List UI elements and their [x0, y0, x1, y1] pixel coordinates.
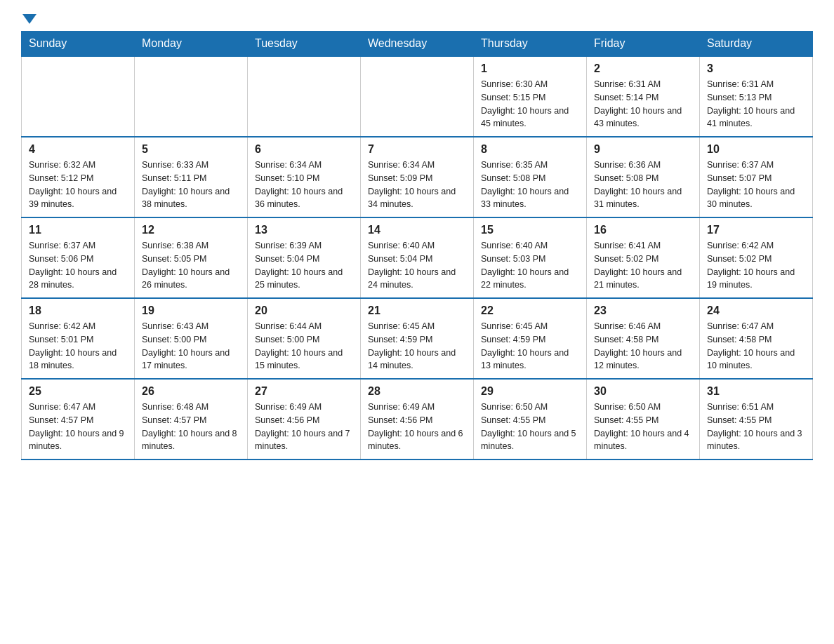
logo [21, 14, 37, 24]
calendar-cell-4: 4Sunrise: 6:32 AM Sunset: 5:12 PM Daylig… [22, 137, 135, 217]
calendar-cell-7: 7Sunrise: 6:34 AM Sunset: 5:09 PM Daylig… [361, 137, 474, 217]
calendar-col-header-tuesday: Tuesday [248, 32, 361, 57]
day-number: 3 [707, 62, 805, 75]
day-number: 26 [142, 385, 240, 398]
calendar-cell-21: 21Sunrise: 6:45 AM Sunset: 4:59 PM Dayli… [361, 298, 474, 379]
calendar-cell-22: 22Sunrise: 6:45 AM Sunset: 4:59 PM Dayli… [474, 298, 587, 379]
calendar-cell-16: 16Sunrise: 6:41 AM Sunset: 5:02 PM Dayli… [587, 217, 700, 298]
day-info: Sunrise: 6:31 AM Sunset: 5:13 PM Dayligh… [707, 78, 805, 130]
day-number: 12 [142, 224, 240, 236]
day-info: Sunrise: 6:37 AM Sunset: 5:06 PM Dayligh… [29, 239, 127, 292]
day-info: Sunrise: 6:45 AM Sunset: 4:59 PM Dayligh… [481, 320, 579, 373]
calendar-cell-13: 13Sunrise: 6:39 AM Sunset: 5:04 PM Dayli… [248, 217, 361, 298]
day-number: 6 [255, 143, 353, 156]
day-number: 21 [368, 304, 466, 317]
calendar-cell-empty [248, 56, 361, 137]
calendar-cell-19: 19Sunrise: 6:43 AM Sunset: 5:00 PM Dayli… [135, 298, 248, 379]
day-number: 29 [481, 385, 579, 398]
day-info: Sunrise: 6:49 AM Sunset: 4:56 PM Dayligh… [368, 401, 466, 453]
calendar-cell-11: 11Sunrise: 6:37 AM Sunset: 5:06 PM Dayli… [22, 217, 135, 298]
day-info: Sunrise: 6:44 AM Sunset: 5:00 PM Dayligh… [255, 320, 353, 373]
calendar-col-header-wednesday: Wednesday [361, 32, 474, 57]
day-number: 19 [142, 304, 240, 317]
calendar-cell-10: 10Sunrise: 6:37 AM Sunset: 5:07 PM Dayli… [700, 137, 813, 217]
calendar-cell-empty [22, 56, 135, 137]
day-number: 18 [29, 304, 127, 317]
calendar-cell-3: 3Sunrise: 6:31 AM Sunset: 5:13 PM Daylig… [700, 56, 813, 137]
day-number: 1 [481, 62, 579, 75]
day-number: 23 [594, 304, 692, 317]
day-number: 11 [29, 224, 127, 236]
calendar-col-header-thursday: Thursday [474, 32, 587, 57]
day-number: 17 [707, 224, 805, 236]
day-number: 27 [255, 385, 353, 398]
day-info: Sunrise: 6:34 AM Sunset: 5:09 PM Dayligh… [368, 159, 466, 211]
calendar-cell-8: 8Sunrise: 6:35 AM Sunset: 5:08 PM Daylig… [474, 137, 587, 217]
day-info: Sunrise: 6:46 AM Sunset: 4:58 PM Dayligh… [594, 320, 692, 373]
day-info: Sunrise: 6:37 AM Sunset: 5:07 PM Dayligh… [707, 159, 805, 211]
day-info: Sunrise: 6:36 AM Sunset: 5:08 PM Dayligh… [594, 159, 692, 211]
calendar-cell-25: 25Sunrise: 6:47 AM Sunset: 4:57 PM Dayli… [22, 379, 135, 459]
day-info: Sunrise: 6:39 AM Sunset: 5:04 PM Dayligh… [255, 239, 353, 292]
calendar-cell-30: 30Sunrise: 6:50 AM Sunset: 4:55 PM Dayli… [587, 379, 700, 459]
day-info: Sunrise: 6:42 AM Sunset: 5:01 PM Dayligh… [29, 320, 127, 373]
calendar-cell-27: 27Sunrise: 6:49 AM Sunset: 4:56 PM Dayli… [248, 379, 361, 459]
calendar-cell-5: 5Sunrise: 6:33 AM Sunset: 5:11 PM Daylig… [135, 137, 248, 217]
day-number: 31 [707, 385, 805, 398]
calendar-cell-empty [135, 56, 248, 137]
calendar-cell-15: 15Sunrise: 6:40 AM Sunset: 5:03 PM Dayli… [474, 217, 587, 298]
calendar-col-header-saturday: Saturday [700, 32, 813, 57]
day-info: Sunrise: 6:38 AM Sunset: 5:05 PM Dayligh… [142, 239, 240, 292]
day-info: Sunrise: 6:32 AM Sunset: 5:12 PM Dayligh… [29, 159, 127, 211]
day-number: 7 [368, 143, 466, 156]
day-info: Sunrise: 6:40 AM Sunset: 5:04 PM Dayligh… [368, 239, 466, 292]
day-info: Sunrise: 6:41 AM Sunset: 5:02 PM Dayligh… [594, 239, 692, 292]
calendar-cell-29: 29Sunrise: 6:50 AM Sunset: 4:55 PM Dayli… [474, 379, 587, 459]
calendar-cell-26: 26Sunrise: 6:48 AM Sunset: 4:57 PM Dayli… [135, 379, 248, 459]
day-info: Sunrise: 6:34 AM Sunset: 5:10 PM Dayligh… [255, 159, 353, 211]
day-number: 8 [481, 143, 579, 156]
day-info: Sunrise: 6:47 AM Sunset: 4:57 PM Dayligh… [29, 401, 127, 453]
calendar-cell-24: 24Sunrise: 6:47 AM Sunset: 4:58 PM Dayli… [700, 298, 813, 379]
day-info: Sunrise: 6:48 AM Sunset: 4:57 PM Dayligh… [142, 401, 240, 453]
calendar-cell-20: 20Sunrise: 6:44 AM Sunset: 5:00 PM Dayli… [248, 298, 361, 379]
calendar-cell-18: 18Sunrise: 6:42 AM Sunset: 5:01 PM Dayli… [22, 298, 135, 379]
day-info: Sunrise: 6:35 AM Sunset: 5:08 PM Dayligh… [481, 159, 579, 211]
page-header [21, 14, 813, 24]
day-info: Sunrise: 6:51 AM Sunset: 4:55 PM Dayligh… [707, 401, 805, 453]
calendar-cell-31: 31Sunrise: 6:51 AM Sunset: 4:55 PM Dayli… [700, 379, 813, 459]
day-number: 24 [707, 304, 805, 317]
calendar-cell-empty [361, 56, 474, 137]
calendar-cell-1: 1Sunrise: 6:30 AM Sunset: 5:15 PM Daylig… [474, 56, 587, 137]
calendar-cell-2: 2Sunrise: 6:31 AM Sunset: 5:14 PM Daylig… [587, 56, 700, 137]
calendar-cell-23: 23Sunrise: 6:46 AM Sunset: 4:58 PM Dayli… [587, 298, 700, 379]
day-number: 2 [594, 62, 692, 75]
day-number: 22 [481, 304, 579, 317]
day-info: Sunrise: 6:50 AM Sunset: 4:55 PM Dayligh… [481, 401, 579, 453]
calendar-col-header-sunday: Sunday [22, 32, 135, 57]
day-info: Sunrise: 6:30 AM Sunset: 5:15 PM Dayligh… [481, 78, 579, 130]
calendar-week-row-5: 25Sunrise: 6:47 AM Sunset: 4:57 PM Dayli… [22, 379, 813, 459]
logo-arrow-icon [22, 14, 37, 24]
day-number: 13 [255, 224, 353, 236]
calendar-week-row-2: 4Sunrise: 6:32 AM Sunset: 5:12 PM Daylig… [22, 137, 813, 217]
calendar-cell-28: 28Sunrise: 6:49 AM Sunset: 4:56 PM Dayli… [361, 379, 474, 459]
day-info: Sunrise: 6:33 AM Sunset: 5:11 PM Dayligh… [142, 159, 240, 211]
day-number: 15 [481, 224, 579, 236]
day-info: Sunrise: 6:42 AM Sunset: 5:02 PM Dayligh… [707, 239, 805, 292]
day-info: Sunrise: 6:43 AM Sunset: 5:00 PM Dayligh… [142, 320, 240, 373]
calendar-week-row-3: 11Sunrise: 6:37 AM Sunset: 5:06 PM Dayli… [22, 217, 813, 298]
day-number: 16 [594, 224, 692, 236]
day-number: 28 [368, 385, 466, 398]
calendar-table: SundayMondayTuesdayWednesdayThursdayFrid… [21, 31, 813, 460]
day-info: Sunrise: 6:47 AM Sunset: 4:58 PM Dayligh… [707, 320, 805, 373]
calendar-cell-14: 14Sunrise: 6:40 AM Sunset: 5:04 PM Dayli… [361, 217, 474, 298]
day-number: 9 [594, 143, 692, 156]
day-info: Sunrise: 6:50 AM Sunset: 4:55 PM Dayligh… [594, 401, 692, 453]
calendar-week-row-1: 1Sunrise: 6:30 AM Sunset: 5:15 PM Daylig… [22, 56, 813, 137]
day-info: Sunrise: 6:45 AM Sunset: 4:59 PM Dayligh… [368, 320, 466, 373]
calendar-col-header-monday: Monday [135, 32, 248, 57]
day-number: 20 [255, 304, 353, 317]
day-info: Sunrise: 6:40 AM Sunset: 5:03 PM Dayligh… [481, 239, 579, 292]
calendar-cell-9: 9Sunrise: 6:36 AM Sunset: 5:08 PM Daylig… [587, 137, 700, 217]
